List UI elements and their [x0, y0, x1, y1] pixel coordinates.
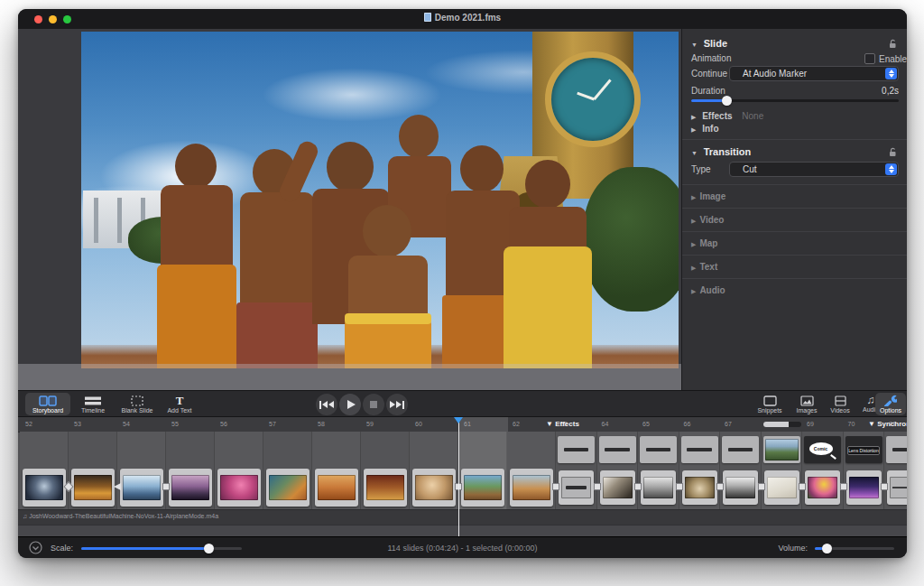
slide-thumbnail[interactable] [846, 470, 882, 505]
effect-slide-thumbnail[interactable]: Lens Distortion [845, 436, 882, 463]
duration-slider-thumb[interactable] [722, 96, 732, 106]
continue-label: Continue [691, 69, 727, 79]
videos-button[interactable]: Videos [825, 393, 855, 415]
timeline[interactable]: 5253545556575859606162636465666769Comic7… [18, 417, 907, 536]
sidebar-section-image[interactable]: ▶Image [691, 191, 725, 201]
duration-label: Duration [691, 86, 725, 96]
ruler-slide-number: 64 [602, 421, 609, 427]
ruler-slide-number: 66 [684, 421, 691, 427]
slide-thumbnail[interactable] [23, 469, 66, 507]
skip-to-start-button[interactable] [316, 394, 337, 415]
effect-slide-thumbnail[interactable] [558, 436, 595, 463]
transition-icon[interactable] [594, 483, 601, 490]
slide-thumbnail[interactable] [217, 469, 261, 507]
slide-thumbnail[interactable] [641, 470, 676, 505]
slide-thumbnail[interactable] [805, 470, 840, 505]
effect-slide-thumbnail[interactable] [599, 436, 636, 463]
animation-enabled-checkbox[interactable] [864, 53, 875, 64]
ruler-slide-number: 52 [25, 421, 32, 427]
transition-icon[interactable] [799, 483, 806, 490]
transition-icon[interactable] [840, 483, 847, 490]
slide-art-mountains [123, 475, 161, 500]
effects-group-header[interactable]: ▼ Effects [546, 420, 579, 428]
transition-icon[interactable] [676, 483, 683, 490]
audio-track[interactable]: ♫ JoshWoodward-TheBeautifulMachine-NoVox… [18, 509, 907, 526]
transition-icon[interactable] [634, 483, 642, 490]
audio-track-filename: ♫ JoshWoodward-TheBeautifulMachine-NoVox… [23, 513, 218, 519]
transition-icon[interactable] [552, 483, 559, 490]
audio-track-2[interactable] [18, 525, 907, 536]
animation-label: Animation [691, 53, 731, 63]
volume-slider-thumb[interactable] [822, 544, 832, 553]
slide-thumbnail[interactable] [169, 469, 212, 507]
slide-thumbnail[interactable] [600, 470, 635, 505]
transition-icon[interactable] [162, 483, 170, 490]
transition-type-popup[interactable]: Cut [729, 162, 899, 177]
sidebar-section-map[interactable]: ▶Map [691, 238, 717, 248]
effect-slide-thumbnail[interactable] [886, 436, 907, 463]
slide-thumbnail[interactable] [510, 469, 553, 507]
continue-popup[interactable]: At Audio Marker [729, 66, 899, 81]
slide-thumbnail[interactable] [364, 469, 407, 507]
ruler-slide-number: 67 [725, 421, 732, 427]
skip-to-end-button[interactable] [386, 394, 408, 415]
transition-icon[interactable] [758, 483, 765, 490]
effects-row[interactable]: ▶ Effects None [691, 111, 763, 121]
snippets-icon [763, 395, 777, 406]
effect-slide-thumbnail[interactable]: Comic [804, 436, 841, 463]
slide-thumbnail[interactable] [412, 469, 456, 507]
slide-art-sepia [685, 477, 715, 498]
storyboard-button[interactable]: Storyboard [25, 393, 70, 415]
slide-thumbnail[interactable] [120, 469, 163, 507]
effect-slide-thumbnail[interactable] [640, 436, 677, 463]
slide-thumbnail[interactable] [764, 470, 799, 505]
render-progress-bar [763, 422, 801, 427]
slide-preview-photo [81, 32, 679, 368]
slide-thumbnail[interactable] [266, 469, 310, 507]
slide-thumbnail[interactable] [887, 470, 907, 505]
slide-thumbnail[interactable] [315, 469, 358, 507]
effect-slide-thumbnail[interactable] [763, 436, 800, 463]
volume-slider[interactable] [815, 547, 894, 550]
ruler-slide-number: 69 [807, 421, 814, 427]
sidebar-section-video[interactable]: ▶Video [691, 215, 724, 225]
slide-art-bwboats [725, 477, 755, 498]
options-button[interactable]: Options [875, 393, 906, 415]
duration-value: 0,2s [882, 86, 899, 96]
slide-art-nightcity [849, 477, 879, 498]
effect-slide-thumbnail[interactable] [681, 436, 718, 463]
info-row[interactable]: ▶ Info [691, 124, 719, 134]
add-text-icon: T [176, 395, 184, 406]
transition-icon[interactable] [716, 483, 724, 490]
lens-distortion-effect-label: Lens Distortion [847, 446, 880, 455]
slide-thumbnail[interactable] [723, 470, 758, 505]
snippets-button[interactable]: Snippets [751, 393, 789, 415]
transition-section-header[interactable]: ▼ Transition [691, 146, 751, 157]
images-button[interactable]: Images [790, 393, 823, 415]
timeline-button[interactable]: Timeline [74, 393, 112, 415]
play-button[interactable] [339, 394, 361, 415]
disclosure-down-icon: ▼ [691, 42, 698, 48]
slide-thumbnail[interactable] [682, 470, 717, 505]
slide-thumbnail[interactable] [71, 469, 115, 507]
slide-section-header[interactable]: ▼ Slide [691, 38, 727, 49]
lock-icon[interactable] [888, 39, 899, 49]
sidebar-section-audio[interactable]: ▶Audio [691, 285, 725, 295]
music-note-icon: ♫ [867, 395, 875, 405]
blank-slide-button[interactable]: Blank Slide [116, 393, 159, 415]
add-text-button[interactable]: T Add Text [161, 393, 199, 415]
slide-thumbnail[interactable] [559, 470, 594, 505]
playhead-handle[interactable] [454, 417, 463, 428]
playhead-line[interactable] [458, 417, 459, 536]
preview-canvas [18, 29, 681, 390]
transition-icon[interactable] [881, 483, 888, 490]
slide-thumbnail[interactable] [461, 469, 504, 507]
stop-button[interactable] [363, 394, 384, 415]
slide-art-holi [220, 475, 258, 500]
sidebar-section-text[interactable]: ▶Text [691, 262, 717, 272]
effect-slide-thumbnail[interactable] [722, 436, 759, 463]
stop-icon [370, 401, 377, 408]
duration-slider[interactable] [691, 99, 899, 102]
sync-group-header[interactable]: ▼ Synchroniz [868, 420, 907, 428]
lock-icon[interactable] [888, 147, 899, 157]
